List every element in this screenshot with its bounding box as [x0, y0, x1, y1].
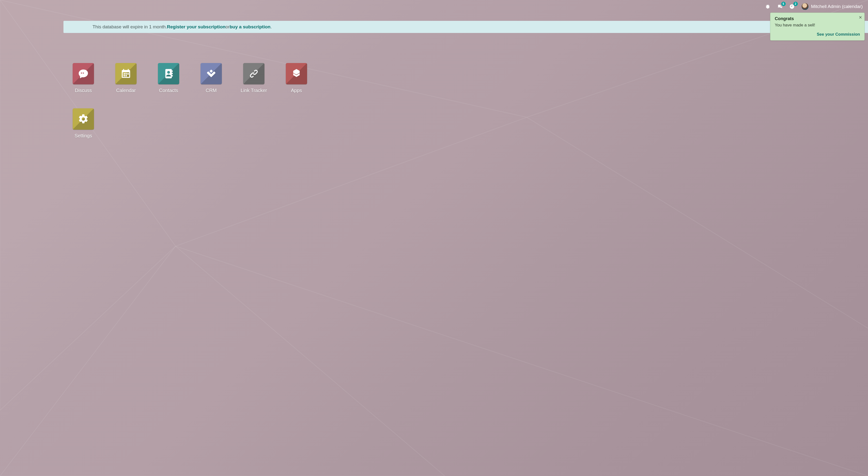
- app-label: Apps: [291, 88, 302, 93]
- bug-icon[interactable]: [765, 4, 770, 9]
- settings-icon: [73, 108, 94, 130]
- contacts-icon: [158, 63, 179, 84]
- toast-action-link[interactable]: See your Commission: [817, 32, 860, 37]
- link-icon: [243, 63, 265, 84]
- app-contacts[interactable]: Contacts: [147, 63, 190, 93]
- app-calendar[interactable]: Calendar: [104, 63, 147, 93]
- notification-toast: × Congrats You have made a sell! See you…: [770, 12, 865, 40]
- app-label: Calendar: [116, 88, 135, 93]
- banner-prefix: This database will expire in 1 month.: [93, 24, 167, 30]
- app-crm[interactable]: CRM: [190, 63, 232, 93]
- app-label: Contacts: [159, 88, 178, 93]
- messages-badge: 5: [781, 2, 786, 6]
- avatar: [801, 3, 809, 10]
- toast-body: You have made a sell!: [775, 23, 860, 28]
- apps-icon: [286, 63, 307, 84]
- app-settings[interactable]: Settings: [62, 108, 104, 139]
- expiry-banner: This database will expire in 1 month. Re…: [63, 21, 868, 33]
- app-label: Link Tracker: [241, 88, 267, 93]
- buy-subscription-link[interactable]: buy a subscription: [229, 24, 271, 30]
- banner-suffix: .: [271, 24, 272, 30]
- register-subscription-link[interactable]: Register your subscription: [167, 24, 225, 30]
- app-link-tracker[interactable]: Link Tracker: [232, 63, 275, 93]
- topbar: 5 2 Mitchell Admin (calendar): [765, 0, 868, 13]
- app-label: CRM: [206, 88, 217, 93]
- messages-icon[interactable]: 5: [777, 4, 782, 9]
- svg-rect-2: [172, 73, 173, 74]
- svg-rect-3: [172, 75, 173, 77]
- app-discuss[interactable]: Discuss: [62, 63, 104, 93]
- crm-icon: [200, 63, 222, 84]
- user-menu[interactable]: Mitchell Admin (calendar): [801, 3, 863, 10]
- banner-between: or: [225, 24, 229, 30]
- app-label: Discuss: [75, 88, 92, 93]
- activities-icon[interactable]: 2: [789, 4, 795, 9]
- app-grid: DiscussCalendarContactsCRMLink TrackerAp…: [62, 63, 318, 139]
- toast-title: Congrats: [775, 16, 860, 21]
- calendar-icon: [115, 63, 136, 84]
- username: Mitchell Admin (calendar): [811, 4, 863, 9]
- app-apps[interactable]: Apps: [275, 63, 318, 93]
- svg-rect-1: [172, 70, 173, 72]
- close-icon[interactable]: ×: [859, 15, 862, 20]
- app-label: Settings: [74, 133, 92, 139]
- activities-badge: 2: [794, 2, 798, 6]
- discuss-icon: [73, 63, 94, 84]
